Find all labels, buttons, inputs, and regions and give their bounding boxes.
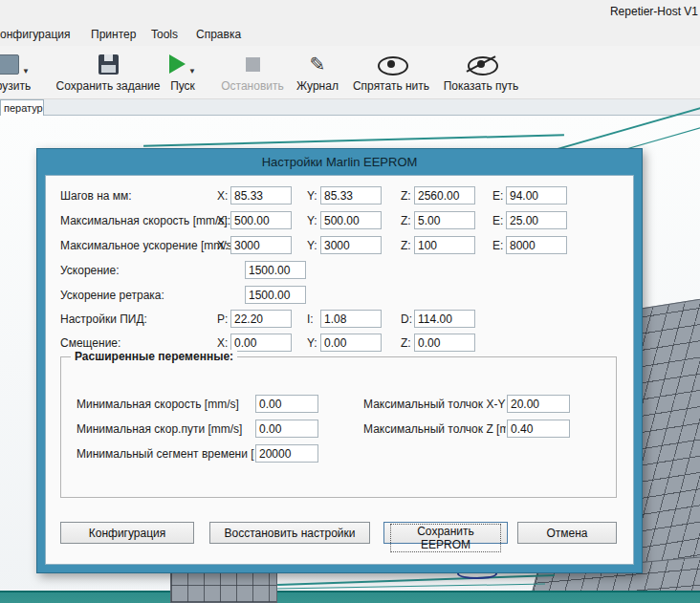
tab-temperature-partial[interactable]: ператур [0,99,44,116]
offset-label: Смещение: [60,336,120,350]
offset-x-input[interactable] [230,334,292,352]
load-label: рузить [0,79,42,93]
max-speed-z-input[interactable] [414,211,475,229]
offset-z-input[interactable] [414,334,475,352]
dialog-title: Настройки Marlin EEPROM [37,149,642,174]
save-job-icon [98,54,119,75]
steps-row: Шагов на мм: X: Y: Z: E: [46,186,633,205]
advanced-groupbox: Расширенные переменные: Минимальная скор… [60,356,617,498]
eeprom-dialog: Настройки Marlin EEPROM Шагов на мм: X: … [36,148,643,573]
min-segment-label: Минимальный сегмент времени [ms] [77,447,254,461]
max-speed-y-label: Y: [307,214,317,227]
advanced-legend: Расширенные переменные: [71,350,237,363]
slash-line [467,55,496,73]
menu-configuration[interactable]: онфигурация [0,28,71,41]
max-accel-label: Максимальное ускорение [mm/s² [60,239,236,252]
accel-input[interactable] [245,261,306,279]
max-accel-row: Максимальное ускорение [mm/s² X: Y: Z: E… [46,236,633,255]
eye-slash-icon [468,55,494,73]
load-icon [0,54,19,75]
toolbar: ▼ рузить Сохранить задание ▼ Пуск Остано… [0,46,700,99]
config-button[interactable]: Конфигурация [60,522,194,544]
printer-bed-band [0,591,700,603]
max-speed-y-input[interactable] [320,211,382,229]
min-travel-label: Минимальная скор.пути [mm/s] [77,422,254,436]
pid-row: Настройки ПИД: P: I: D: [46,310,633,329]
offset-y-input[interactable] [320,334,382,352]
max-jerk-z-input[interactable] [507,420,570,438]
max-accel-z-input[interactable] [414,236,475,254]
steps-z-input[interactable] [414,186,475,205]
max-jerk-z-label: Максимальный толчок Z [mm/ [363,422,506,436]
max-accel-y-input[interactable] [320,236,382,254]
pid-d-input[interactable] [414,310,475,328]
tab-strip: ператур [0,99,700,116]
max-accel-e-label: E: [492,239,503,252]
max-jerk-xy-input[interactable] [507,395,570,413]
max-accel-z-label: Z: [401,239,411,252]
retract-accel-input[interactable] [245,286,306,304]
pid-p-input[interactable] [230,310,292,328]
offset-y-label: Y: [307,336,317,350]
log-button[interactable]: ✎ Журнал [289,50,346,97]
max-accel-e-input[interactable] [506,236,567,254]
start-label: Пуск [157,79,208,93]
restore-settings-button[interactable]: Восстановить настройки [209,522,370,544]
title-bar: Repetier-Host V1 [0,0,700,23]
max-accel-x-label: X: [217,239,228,252]
play-icon [169,54,186,74]
stop-label: Остановить [214,79,291,93]
steps-x-input[interactable] [230,186,292,205]
save-eeprom-label: Сохранить EEPROM [390,524,501,552]
steps-e-label: E: [492,189,503,203]
steps-y-input[interactable] [320,186,382,205]
menu-help[interactable]: Справка [196,28,241,41]
accel-row: Ускорение: [46,261,633,280]
pid-i-input[interactable] [320,310,382,328]
start-button[interactable]: ▼ Пуск [157,50,208,97]
max-speed-e-label: E: [492,214,503,227]
max-speed-e-input[interactable] [506,211,567,229]
steps-label: Шагов на мм: [60,189,132,203]
stop-button: Остановить [214,50,291,97]
save-job-button[interactable]: Сохранить задание [55,50,161,97]
min-travel-input[interactable] [255,420,318,438]
menu-tools[interactable]: Tools [151,28,178,41]
max-speed-x-input[interactable] [230,211,292,229]
show-travel-button[interactable]: Показать путь [436,50,526,97]
window-title: Repetier-Host V1 [610,5,698,18]
pid-p-label: P: [217,312,228,326]
retract-accel-row: Ускорение ретрака: [46,286,633,305]
max-speed-row: Максимальная скорость [mm/s]: X: Y: Z: E… [46,211,633,230]
bed-frame-line [143,134,564,147]
steps-y-label: Y: [307,189,317,203]
dialog-body: Шагов на мм: X: Y: Z: E: Максимальная ск… [45,175,634,565]
eye-icon [378,55,405,73]
cancel-button[interactable]: Отмена [517,522,617,544]
offset-x-label: X: [217,336,228,350]
pid-label: Настройки ПИД: [60,312,147,326]
pid-d-label: D: [401,312,412,326]
save-eeprom-button[interactable]: Сохранить EEPROM [383,522,508,544]
hide-filament-button[interactable]: Спрятать нить [347,50,435,97]
max-accel-x-input[interactable] [230,236,292,254]
retract-accel-label: Ускорение ретрака: [60,289,164,302]
steps-x-label: X: [217,189,228,203]
show-travel-label: Показать путь [436,79,526,93]
accel-label: Ускорение: [60,264,120,277]
max-speed-z-label: Z: [401,214,411,227]
save-job-label: Сохранить задание [55,79,161,93]
max-speed-x-label: X: [217,214,228,227]
menu-printer[interactable]: Принтер [91,28,136,41]
min-segment-input[interactable] [255,444,318,463]
menu-bar: онфигурация Принтер Tools Справка [0,23,700,46]
start-dropdown-icon[interactable]: ▼ [188,66,196,78]
pencil-icon: ✎ [310,54,326,74]
offset-z-label: Z: [401,336,411,350]
load-dropdown-icon[interactable]: ▼ [22,66,30,78]
log-label: Журнал [289,79,346,93]
min-speed-input[interactable] [255,395,318,413]
model-mesh-block [170,572,277,603]
load-button[interactable]: ▼ рузить [0,50,42,97]
steps-e-input[interactable] [506,186,567,205]
